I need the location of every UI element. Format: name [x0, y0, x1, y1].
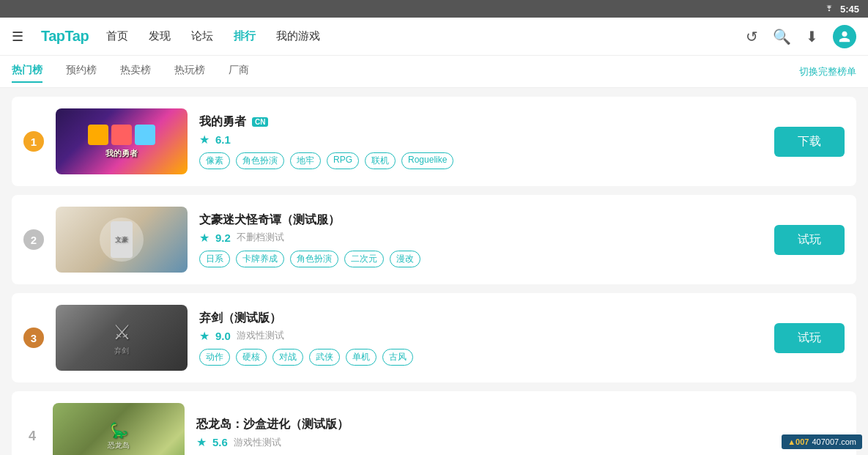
tag-1-0[interactable]: 像素 — [199, 152, 230, 169]
header: ☰ TapTap 首页 发现 论坛 排行 我的游戏 ↺ 🔍 ⬇ — [0, 18, 868, 56]
game-title-2: 文豪迷犬怪奇谭（测试服） — [199, 212, 340, 228]
tags-1: 像素 角色扮演 地牢 RPG 联机 Roguelike — [199, 152, 763, 169]
star-icon-4: ★ — [196, 435, 207, 449]
avatar[interactable] — [833, 25, 856, 48]
game-info-4: 恐龙岛：沙盒进化（测试版） ★ 5.6 游戏性测试 — [196, 417, 845, 455]
nav-forum[interactable]: 论坛 — [191, 29, 213, 43]
watermark: ▲007 407007.com — [782, 434, 862, 449]
game-thumb-1: 我的勇者 — [56, 108, 188, 174]
tag-2-2[interactable]: 角色扮演 — [290, 251, 338, 267]
menu-icon[interactable]: ☰ — [12, 29, 23, 45]
rank-2: 2 — [23, 229, 44, 250]
rating-score-1: 6.1 — [215, 133, 231, 146]
sub-nav: 热门榜 预约榜 热卖榜 热玩榜 厂商 切换完整榜单 — [0, 56, 868, 88]
tag-1-3[interactable]: RPG — [327, 152, 359, 169]
status-bar: 5:45 — [0, 0, 868, 18]
watermark-logo: ▲007 — [787, 437, 809, 446]
tag-3-3[interactable]: 武侠 — [309, 349, 340, 366]
download-btn-1[interactable]: 下载 — [774, 127, 845, 157]
rank-4: 4 — [23, 429, 41, 444]
sub-nav-tabs: 热门榜 预约榜 热卖榜 热玩榜 厂商 — [12, 64, 799, 80]
rating-score-4: 5.6 — [212, 436, 228, 448]
game-item-4: 4 🦕 恐龙岛 恐龙岛：沙盒进化（测试版） ★ 5.6 游戏性测试 — [12, 391, 856, 455]
download-icon[interactable]: ⬇ — [806, 28, 818, 45]
rank-3: 3 — [23, 328, 44, 348]
refresh-icon[interactable]: ↺ — [746, 28, 758, 45]
tab-bestsell[interactable]: 热卖榜 — [120, 64, 151, 80]
nav-links: 首页 发现 论坛 排行 我的游戏 — [106, 29, 728, 43]
tag-3-4[interactable]: 单机 — [346, 349, 376, 366]
game-info-3: 弃剑（测试版） ★ 9.0 游戏性测试 动作 硬核 对战 武侠 单机 古风 — [199, 311, 763, 366]
header-icons: ↺ 🔍 ⬇ — [746, 25, 856, 48]
wifi-icon — [824, 5, 834, 12]
rating-label-3: 游戏性测试 — [237, 329, 284, 342]
cn-badge-1: CN — [252, 117, 268, 127]
rating-label-4: 游戏性测试 — [234, 436, 281, 449]
game-item-1: 1 我的勇者 我的勇者 CN ★ 6.1 像素 角色扮演 — [12, 97, 856, 186]
tag-3-1[interactable]: 硬核 — [236, 349, 267, 366]
game-thumb-3: ⚔ 弃剑 — [56, 305, 188, 371]
search-icon[interactable]: 🔍 — [773, 28, 791, 45]
tags-3: 动作 硬核 对战 武侠 单机 古风 — [199, 349, 763, 366]
game-thumb-2: 文豪 — [56, 207, 188, 273]
tag-1-2[interactable]: 地牢 — [290, 152, 321, 169]
time-display: 5:45 — [840, 4, 859, 15]
trial-btn-2[interactable]: 试玩 — [774, 225, 845, 255]
game-info-2: 文豪迷犬怪奇谭（测试服） ★ 9.2 不删档测试 日系 卡牌养成 角色扮演 二次… — [199, 212, 763, 267]
tag-1-5[interactable]: Roguelike — [401, 152, 453, 169]
rating-score-3: 9.0 — [215, 330, 231, 342]
nav-discover[interactable]: 发现 — [149, 29, 171, 43]
tag-2-4[interactable]: 漫改 — [390, 251, 420, 267]
game-title-1: 我的勇者 — [199, 114, 246, 130]
game-info-1: 我的勇者 CN ★ 6.1 像素 角色扮演 地牢 RPG 联机 Roguelik… — [199, 114, 763, 169]
nav-ranking[interactable]: 排行 — [234, 29, 256, 43]
nav-my-games[interactable]: 我的游戏 — [276, 29, 320, 43]
watermark-site: 407007.com — [812, 437, 856, 446]
tab-reservation[interactable]: 预约榜 — [66, 64, 97, 80]
game-item-2: 2 文豪 文豪迷犬怪奇谭（测试服） ★ 9.2 不删档测试 日系 卡牌养成 角色… — [12, 195, 856, 284]
rating-score-2: 9.2 — [215, 232, 231, 244]
game-title-3: 弃剑（测试版） — [199, 311, 281, 326]
tag-1-4[interactable]: 联机 — [365, 152, 396, 169]
game-thumb-4: 🦕 恐龙岛 — [53, 403, 185, 455]
tag-1-1[interactable]: 角色扮演 — [236, 152, 284, 169]
trial-btn-3[interactable]: 试玩 — [774, 323, 845, 353]
main-content: 1 我的勇者 我的勇者 CN ★ 6.1 像素 角色扮演 — [0, 88, 868, 455]
logo: TapTap — [41, 28, 89, 45]
game-title-4: 恐龙岛：沙盒进化（测试版） — [196, 417, 349, 432]
game-item-3: 3 ⚔ 弃剑 弃剑（测试版） ★ 9.0 游戏性测试 动作 硬核 对战 武侠 单… — [12, 293, 856, 382]
nav-home[interactable]: 首页 — [106, 29, 128, 43]
rank-1: 1 — [23, 131, 44, 152]
tag-2-1[interactable]: 卡牌养成 — [236, 251, 284, 267]
tab-vendor[interactable]: 厂商 — [229, 64, 249, 80]
star-icon-2: ★ — [199, 231, 209, 245]
rating-label-2: 不删档测试 — [237, 231, 284, 244]
tag-2-3[interactable]: 二次元 — [344, 251, 384, 267]
tab-hot[interactable]: 热门榜 — [12, 64, 42, 80]
tab-hotplay[interactable]: 热玩榜 — [174, 64, 205, 80]
tag-3-0[interactable]: 动作 — [199, 349, 230, 366]
tag-2-0[interactable]: 日系 — [199, 251, 230, 267]
star-icon-1: ★ — [199, 133, 209, 147]
star-icon-3: ★ — [199, 329, 209, 343]
tags-2: 日系 卡牌养成 角色扮演 二次元 漫改 — [199, 251, 763, 267]
tag-3-5[interactable]: 古风 — [382, 349, 413, 366]
switch-full-list[interactable]: 切换完整榜单 — [799, 65, 856, 78]
tag-3-2[interactable]: 对战 — [272, 349, 303, 366]
